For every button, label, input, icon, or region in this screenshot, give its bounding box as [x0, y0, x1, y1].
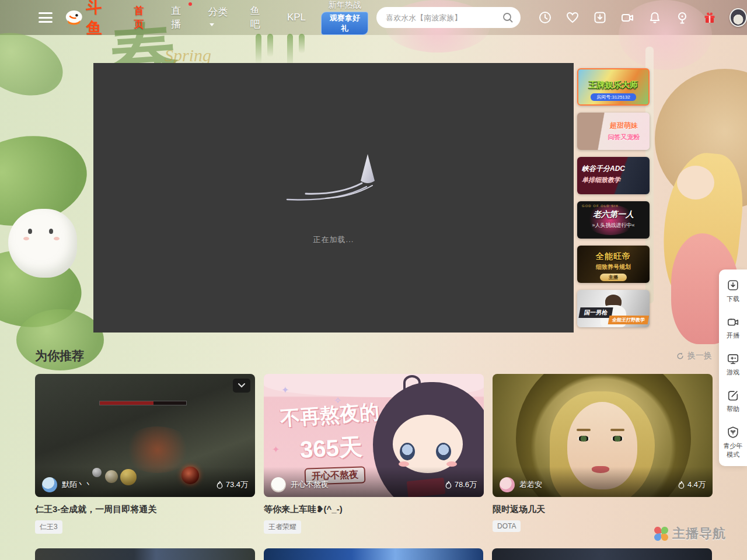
stream-thumbnail[interactable]: 若若安 4.4万: [493, 374, 713, 497]
streamer-name: 若若安: [519, 480, 542, 490]
stream-thumbnail-partial[interactable]: [264, 548, 484, 560]
sidebar-card[interactable]: GOD OF OLD SIX 老六第一人 »人头挑战进行中«: [577, 201, 650, 239]
streamer-name: 默陌丶丶: [62, 480, 92, 490]
notification-bell-icon[interactable]: [648, 10, 662, 24]
toolbar-help[interactable]: 帮助: [721, 389, 745, 414]
search-icon[interactable]: [502, 12, 514, 23]
nav-item-kpl[interactable]: KPL: [287, 12, 306, 23]
game-tag[interactable]: DOTA: [493, 520, 521, 532]
stream-card[interactable]: 若若安 4.4万 限时返场几天 DOTA: [493, 374, 713, 534]
hotness-flame-icon: [216, 481, 224, 489]
sidebar-card-title: 王牌娱乐大师: [578, 80, 648, 90]
nav-item-home[interactable]: 首页: [134, 4, 151, 31]
loading-fish-icon: [270, 150, 398, 209]
sidebar-card-title: 全能旺帝: [577, 251, 650, 262]
game-hud-art: [99, 401, 187, 405]
sidebar-card-subtitle: 全能王打野教学: [608, 316, 650, 324]
stream-card[interactable]: ✦ ✧ ✦ ♥ 不再熬夜的 365天 开心不熬夜 开心不熬夜 78.6万: [264, 374, 484, 534]
toolbar-teen-mode[interactable]: 青少年模式: [721, 426, 745, 459]
spring-script-text: Spring: [165, 46, 211, 65]
watermark-text: 主播导航: [672, 525, 726, 542]
stream-thumbnail-partial[interactable]: [492, 548, 712, 560]
logo-text: 斗鱼: [86, 0, 118, 38]
anchor-nav-watermark: 主播导航: [654, 525, 726, 542]
streamer-avatar[interactable]: [500, 477, 515, 492]
toolbar-games[interactable]: 游戏: [721, 352, 745, 377]
toolbar-broadcast[interactable]: 开播: [721, 316, 745, 340]
user-avatar[interactable]: [729, 8, 747, 27]
download-icon[interactable]: [593, 10, 607, 24]
streamer-avatar[interactable]: [271, 477, 286, 492]
download-icon: [727, 279, 739, 292]
anime-girl-face-art: [677, 166, 714, 200]
stream-overlay: 默陌丶丶 73.4万: [35, 467, 255, 497]
toolbar-label: 游戏: [721, 368, 745, 377]
event-title: 新年热战: [321, 0, 368, 10]
streamer-avatar[interactable]: [42, 477, 57, 492]
nav-item-yuba[interactable]: 鱼吧: [250, 4, 267, 31]
sidebar-card[interactable]: 国一男枪 全能王打野教学: [577, 290, 650, 327]
viewer-count: 4.4万: [678, 480, 706, 490]
hamburger-menu-icon[interactable]: [39, 12, 53, 23]
sidebar-card[interactable]: 全能旺帝 细致养号规划 主播: [577, 246, 650, 283]
sidebar-card-title: 老六第一人: [577, 209, 650, 220]
toolbar-download[interactable]: 下载: [721, 279, 745, 303]
chevron-down-icon: [210, 23, 214, 26]
sidebar-card-subtitle: »人头挑战进行中«: [577, 222, 650, 229]
anchor-lamp-icon[interactable]: [675, 10, 689, 24]
thumb-text-line1: 不再熬夜的: [280, 398, 381, 432]
stream-thumbnail[interactable]: ✦ ✧ ✦ ♥ 不再熬夜的 365天 开心不熬夜 开心不熬夜 78.6万: [264, 374, 484, 497]
refresh-label: 换一换: [687, 351, 712, 361]
hanging-vine: [267, 34, 273, 57]
stream-title[interactable]: 等你来上车哇❥(^_-): [264, 504, 484, 515]
stream-title[interactable]: 限时返场几天: [493, 504, 713, 515]
search-box[interactable]: [376, 7, 521, 28]
event-banner[interactable]: 新年热战 观赛拿好礼: [321, 0, 368, 35]
mascot-creature-art: [8, 209, 77, 278]
stream-card[interactable]: 默陌丶丶 73.4万 仁王3-全成就，一周目即将通关 仁王3: [35, 374, 255, 534]
sidebar-card[interactable]: 峡谷千分ADC 单排细致教学: [577, 157, 650, 194]
recommend-row-2: [35, 548, 712, 560]
game-tag[interactable]: 王者荣耀: [264, 520, 301, 534]
sidebar-card[interactable]: 超甜萌妹 问答又宠粉: [577, 113, 650, 150]
nav-item-live[interactable]: 直播: [171, 4, 188, 31]
room-number-badge: 房间号:3125132: [591, 93, 636, 101]
toolbar-label: 下载: [721, 295, 745, 303]
navbar-icon-group: [538, 10, 717, 24]
stream-overlay: 开心不熬夜 78.6万: [264, 467, 484, 497]
teen-shield-icon: [727, 426, 739, 439]
history-icon[interactable]: [538, 10, 552, 24]
streamer-badge: 主播: [600, 274, 627, 281]
floating-toolbar: 下载 开播 游戏 帮助 青少年模式: [719, 270, 747, 466]
notification-dot: [189, 2, 192, 6]
stream-thumbnail[interactable]: 默陌丶丶 73.4万: [35, 374, 255, 497]
hotness-flame-icon: [445, 481, 452, 489]
camera-live-icon[interactable]: [620, 10, 634, 24]
refresh-button[interactable]: 换一换: [676, 351, 712, 361]
gift-icon[interactable]: [703, 10, 717, 24]
anime-girl-art: [403, 375, 421, 390]
nav-item-categories[interactable]: 分类: [208, 5, 231, 30]
recommend-header: 为你推荐 换一换: [35, 348, 712, 364]
sidebar-card[interactable]: 王牌娱乐大师 房间号:3125132: [577, 68, 650, 106]
top-navbar: 斗鱼 首页 直播 分类 鱼吧 KPL 新年热战 观赛拿好礼: [0, 0, 747, 35]
favorites-heart-icon[interactable]: [566, 10, 580, 24]
douyu-logo[interactable]: 斗鱼: [64, 0, 118, 38]
collapse-badge[interactable]: [233, 379, 250, 393]
game-tag[interactable]: 仁王3: [35, 520, 62, 534]
stream-thumbnail-partial[interactable]: [35, 548, 255, 560]
sidebar-card-title: 峡谷千分ADC: [582, 164, 650, 174]
chevron-down-icon: [238, 383, 245, 388]
video-player: 正在加载...: [93, 63, 574, 332]
hanging-vine: [299, 34, 305, 54]
game-monitor-icon: [727, 352, 739, 365]
sidebar-card-title: 超甜萌妹: [598, 121, 650, 131]
feedback-edit-icon: [727, 389, 739, 402]
viewer-count: 78.6万: [445, 480, 477, 490]
toolbar-label: 帮助: [721, 405, 745, 414]
search-input[interactable]: [386, 13, 502, 22]
stream-overlay: 若若安 4.4万: [493, 467, 713, 497]
loading-text: 正在加载...: [313, 235, 354, 245]
main-nav: 首页 直播 分类 鱼吧 KPL: [134, 4, 306, 31]
stream-title[interactable]: 仁王3-全成就，一周目即将通关: [35, 504, 255, 515]
